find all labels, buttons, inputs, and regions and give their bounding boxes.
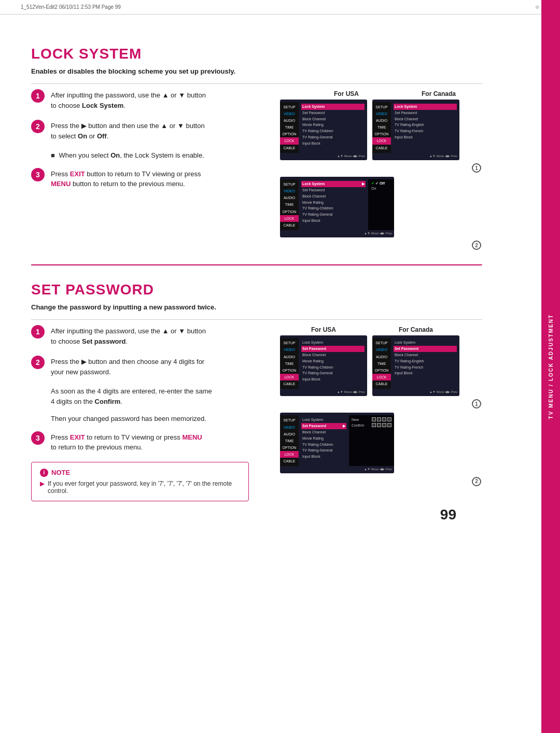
sp-menu-tv-rating-general: TV Rating-General [301,370,365,376]
usa-screen-1: SETUP VIDEO AUDIO TIME OPTION LOCK CABLE [280,100,367,160]
step-number-1: 1 [31,89,45,103]
sidebar-audio-ca: AUDIO [372,117,391,124]
submenu-on: On [371,186,391,191]
tv-sidebar-sp-usa-2: SETUP VIDEO AUDIO TIME OPTION LOCK CABLE [280,415,299,466]
pw-box-6 [377,423,381,427]
tv-menu-usa-2: Lock System ▶ Set Password Block Channel… [299,179,368,230]
divider-1 [31,83,482,84]
sp2-sidebar-audio: AUDIO [280,431,299,438]
header-text: 1_512Ven-Edit2 06/10/11 2:53 PM Page 99 [21,4,121,10]
usa-screen-2: SETUP VIDEO AUDIO TIME OPTION LOCK CABLE [280,177,394,237]
sp-sidebar-time: TIME [280,360,299,367]
sp-menu-set-password-ca: Set Password [394,346,457,352]
canada-screen-1: SETUP VIDEO AUDIO TIME OPTION LOCK CABLE [372,100,459,160]
for-usa-label-2: For USA [311,326,336,333]
tv-menu-sp-canada-1: Lock System Set Password Block Channel T… [391,338,459,389]
lock-system-screens-row-1: SETUP VIDEO AUDIO TIME OPTION LOCK CABLE [280,100,482,160]
set-password-title: SET PASSWORD [31,281,482,298]
pw-box-7 [382,423,386,427]
sp2-menu-lock-system: Lock System [301,417,346,423]
tv-menu-sp-usa-1: Lock System Set Password Block Channel M… [299,338,367,389]
sp-menu-set-password: Set Password [301,346,365,352]
section-divider [31,264,482,266]
note-title: i NOTE [40,469,240,477]
tv-screen-sp-usa-1: SETUP VIDEO AUDIO TIME OPTION LOCK CABLE [280,335,367,396]
menu-input-block-ca: Input Block [394,134,457,140]
sp-menu-tv-rating-children: TV Rating-Children [301,364,365,371]
pw-box-5 [372,423,376,427]
badge-2: 2 [472,241,481,250]
menu-tv-rating-general: TV Rating-General [301,134,365,140]
sp-menu-input-block-ca: Input Block [394,370,457,376]
menu-lock-system: Lock System [301,104,365,110]
sp-step-2-text: Press the ▶ button and then choose any 4… [51,356,204,377]
for-usa-label-1: For USA [334,90,359,97]
sp-sidebar-audio-ca: AUDIO [372,354,391,360]
sp-subtext-2: Then your changed password has been memo… [51,414,270,424]
tv-footer-sp-usa-1: ▲▼ Move ◀▶ Prev [280,389,367,393]
tv-footer-usa-1: ▲▼ Move ◀▶ Prev [280,153,367,158]
sp-sidebar-option: OPTION [280,367,299,374]
set-password-content: 1 After inputting the password, use the … [31,325,482,501]
sp-usa-screen-1: SETUP VIDEO AUDIO TIME OPTION LOCK CABLE [280,335,367,396]
sp2-menu-tv-rating-children: TV Rating-Children [301,442,346,448]
note-text: ▶ If you ever forget your password, key … [40,480,240,495]
sp-sidebar-video: VIDEO [280,346,299,353]
sidebar-lock-ca: LOCK [372,137,391,144]
step-3-text: Press EXIT button to return to TV viewin… [51,168,201,189]
step-1-text: After inputting the password, use the ▲ … [51,89,206,110]
lock-system-step-2: 2 Press the ▶ button and then use the ▲ … [31,120,270,141]
sp-screens-row-2: SETUP VIDEO AUDIO TIME OPTION LOCK CABLE [280,413,482,473]
menu-lock-system-ca: Lock System [394,104,457,110]
sp-step-number-1: 1 [31,325,45,339]
lock-system-description: Enables or disables the blocking scheme … [31,67,482,75]
sidebar-setup-ca: SETUP [372,104,391,110]
lock-system-subtext: ■ When you select On, the Lock System is… [51,150,270,161]
sp-sidebar-video-ca: VIDEO [372,346,391,353]
sp-sidebar-lock-ca: LOCK [372,374,391,380]
sp-step-3-text: Press EXIT to return to TV viewing or pr… [51,431,202,453]
sp-screens-row-1: SETUP VIDEO AUDIO TIME OPTION LOCK CABLE [280,335,482,396]
page-header: 1_512Ven-Edit2 06/10/11 2:53 PM Page 99 … [0,0,560,15]
sidebar-video: VIDEO [280,110,299,117]
tv-menu-canada-1: Lock System Set Password Block Channel T… [391,102,459,153]
sp-menu-lock-system: Lock System [301,340,365,346]
lock-system-screens-row-2: SETUP VIDEO AUDIO TIME OPTION LOCK CABLE [280,177,482,237]
menu-input-block: Input Block [301,140,365,147]
sp-menu-tv-rating-english: TV Rating-English [394,358,457,364]
tv-sidebar-sp-canada-1: SETUP VIDEO AUDIO TIME OPTION LOCK CABLE [372,338,391,389]
sp-menu-block-channel-ca: Block Channel [394,352,457,358]
confirm-label: Confirm [352,424,370,427]
menu-block-channel-s2: Block Channel [301,193,366,200]
badge-1: 1 [472,163,481,173]
page-number: 99 [31,506,456,523]
set-password-step-2: 2 Press the ▶ button and then choose any… [31,356,270,377]
set-password-description: Change the password by inputting a new p… [31,303,482,311]
menu-tv-rating-children-s2: TV Rating-Children [301,205,366,212]
tv-submenu-offon: ✓ Off On [368,179,394,230]
sp2-menu-tv-rating-general: TV Rating-General [301,447,346,454]
step-number-3: 3 [31,168,45,181]
menu-set-password: Set Password [301,110,365,116]
sp-sidebar-setup: SETUP [280,340,299,346]
set-password-steps: 1 After inputting the password, use the … [31,325,270,501]
sp2-sidebar-time: TIME [280,438,299,444]
sidebar-cable-ca: CABLE [372,145,391,151]
step-2-text: Press the ▶ button and then use the ▲ or… [51,120,205,141]
lock-system-step-3: 3 Press EXIT button to return to TV view… [31,168,270,189]
menu-set-password-s2: Set Password [301,187,366,193]
tv-sidebar-canada-1: SETUP VIDEO AUDIO TIME OPTION LOCK CABLE [372,102,391,153]
menu-tv-rating-french: TV Rating-French [394,128,457,134]
sp2-sidebar-cable: CABLE [280,458,299,464]
sidebar-audio: AUDIO [280,117,299,124]
sp2-menu-set-password: Set Password ▶ [301,423,346,429]
sidebar-setup-s2: SETUP [280,181,299,188]
tv-sidebar-usa-2: SETUP VIDEO AUDIO TIME OPTION LOCK CABLE [280,179,299,230]
sp-step-number-3: 3 [31,431,45,445]
menu-tv-rating-english: TV Rating-English [394,122,457,128]
sp2-menu-input-block: Input Block [301,454,346,460]
submenu-off: ✓ Off [371,181,391,186]
menu-lock-system-s2: Lock System ▶ [301,181,366,187]
menu-set-password-ca: Set Password [394,110,457,116]
sp-sidebar-option-ca: OPTION [372,367,391,374]
